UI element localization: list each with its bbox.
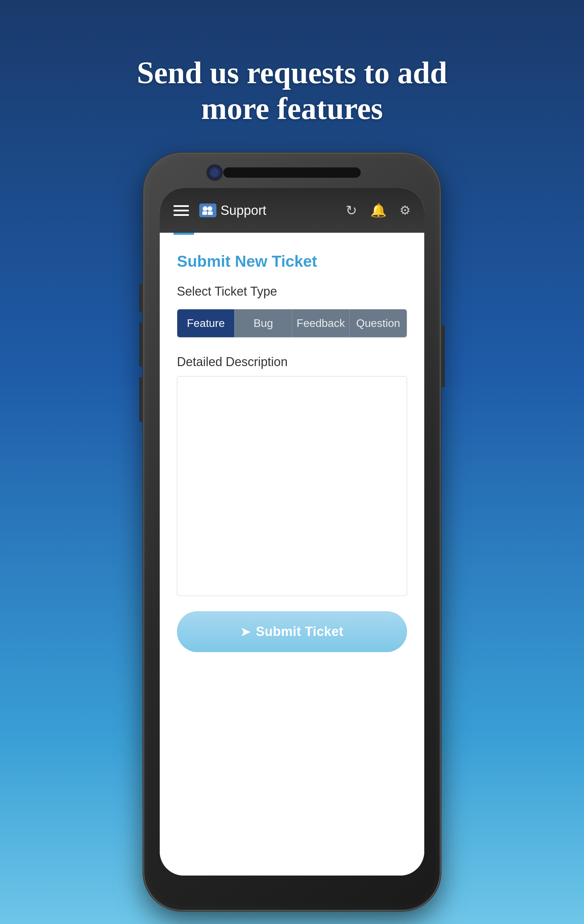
headline-text: Send us requests to add more features: [102, 55, 482, 126]
svg-point-1: [207, 206, 212, 211]
menu-icon[interactable]: [173, 205, 189, 216]
phone-button-silent: [140, 377, 144, 422]
nav-action-icons: ↻ 🔔 ⚙: [345, 203, 411, 218]
page-headline: Send us requests to add more features: [102, 28, 482, 126]
phone-button-volume-down: [140, 322, 144, 367]
svg-rect-3: [208, 211, 213, 215]
ticket-type-bug-btn[interactable]: Bug: [235, 309, 292, 337]
app-content: Support ↻ 🔔 ⚙ Submit New Ticket Select T…: [160, 188, 424, 876]
svg-rect-2: [202, 211, 207, 215]
ticket-type-label: Select Ticket Type: [177, 284, 407, 299]
settings-icon[interactable]: ⚙: [400, 203, 411, 218]
submit-ticket-button[interactable]: ➤ Submit Ticket: [177, 611, 407, 652]
send-icon: ➤: [240, 625, 250, 639]
description-label: Detailed Description: [177, 355, 407, 369]
phone-button-power: [440, 325, 444, 388]
nav-title: Support: [220, 203, 345, 218]
menu-line-1: [173, 205, 189, 207]
ticket-type-feature-btn[interactable]: Feature: [177, 309, 235, 337]
ticket-type-group: Feature Bug Feedback Question: [177, 309, 407, 338]
phone-frame: Support ↻ 🔔 ⚙ Submit New Ticket Select T…: [144, 153, 440, 910]
ticket-type-question-btn[interactable]: Question: [350, 309, 407, 337]
svg-point-0: [203, 206, 207, 211]
submit-button-label: Submit Ticket: [256, 624, 344, 639]
menu-line-3: [173, 214, 189, 216]
app-logo-icon: [199, 203, 216, 217]
phone-device: Support ↻ 🔔 ⚙ Submit New Ticket Select T…: [144, 153, 440, 910]
refresh-icon[interactable]: ↻: [345, 203, 357, 218]
bell-icon[interactable]: 🔔: [370, 203, 387, 218]
phone-screen: Support ↻ 🔔 ⚙ Submit New Ticket Select T…: [160, 188, 424, 876]
nav-bar: Support ↻ 🔔 ⚙: [160, 188, 424, 233]
ticket-type-feedback-btn[interactable]: Feedback: [292, 309, 350, 337]
menu-line-2: [173, 210, 189, 211]
phone-button-volume-up: [140, 284, 144, 312]
form-card: Submit New Ticket Select Ticket Type Fea…: [160, 235, 424, 876]
phone-speaker: [223, 167, 361, 178]
description-textarea[interactable]: [177, 376, 407, 596]
phone-camera: [206, 164, 223, 181]
form-title: Submit New Ticket: [177, 252, 407, 271]
